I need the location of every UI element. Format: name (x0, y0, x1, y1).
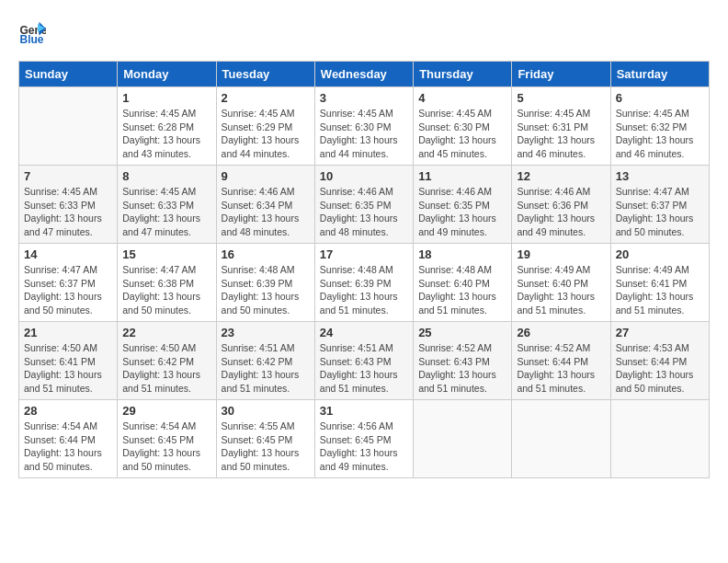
day-number: 15 (122, 247, 210, 261)
calendar-cell: 25Sunrise: 4:52 AM Sunset: 6:43 PM Dayli… (414, 322, 512, 400)
calendar-cell: 18Sunrise: 4:48 AM Sunset: 6:40 PM Dayli… (414, 244, 512, 322)
logo: General Blue (18, 18, 50, 46)
day-info: Sunrise: 4:50 AM Sunset: 6:41 PM Dayligh… (24, 341, 112, 396)
day-info: Sunrise: 4:45 AM Sunset: 6:32 PM Dayligh… (616, 107, 704, 161)
day-info: Sunrise: 4:49 AM Sunset: 6:41 PM Dayligh… (616, 263, 704, 317)
day-info: Sunrise: 4:55 AM Sunset: 6:45 PM Dayligh… (222, 419, 310, 474)
calendar-cell: 23Sunrise: 4:51 AM Sunset: 6:42 PM Dayli… (216, 322, 314, 400)
day-number: 1 (122, 91, 210, 105)
calendar-week-row-3: 14Sunrise: 4:47 AM Sunset: 6:37 PM Dayli… (19, 244, 710, 322)
day-info: Sunrise: 4:46 AM Sunset: 6:35 PM Dayligh… (320, 185, 408, 239)
day-info: Sunrise: 4:45 AM Sunset: 6:28 PM Dayligh… (122, 107, 210, 161)
day-number: 14 (24, 247, 112, 261)
calendar-week-row-1: 1Sunrise: 4:45 AM Sunset: 6:28 PM Daylig… (19, 87, 710, 166)
calendar-header-monday: Monday (118, 62, 216, 87)
calendar-cell: 27Sunrise: 4:53 AM Sunset: 6:44 PM Dayli… (610, 322, 709, 400)
calendar-week-row-5: 28Sunrise: 4:54 AM Sunset: 6:44 PM Dayli… (19, 400, 710, 478)
day-number: 29 (122, 404, 210, 418)
day-number: 3 (320, 91, 408, 105)
calendar-cell: 12Sunrise: 4:46 AM Sunset: 6:36 PM Dayli… (512, 166, 610, 244)
day-number: 28 (24, 404, 112, 418)
calendar-cell: 4Sunrise: 4:45 AM Sunset: 6:30 PM Daylig… (414, 87, 512, 166)
day-number: 11 (418, 169, 506, 183)
calendar-header-tuesday: Tuesday (216, 62, 314, 87)
calendar-cell: 24Sunrise: 4:51 AM Sunset: 6:43 PM Dayli… (314, 322, 413, 400)
day-number: 6 (616, 91, 704, 105)
calendar: SundayMondayTuesdayWednesdayThursdayFrid… (18, 61, 710, 478)
day-number: 17 (320, 247, 408, 261)
day-number: 30 (222, 404, 310, 418)
day-number: 27 (616, 326, 704, 339)
day-info: Sunrise: 4:48 AM Sunset: 6:40 PM Dayligh… (418, 263, 506, 317)
calendar-cell: 31Sunrise: 4:56 AM Sunset: 6:45 PM Dayli… (314, 400, 413, 478)
calendar-cell: 15Sunrise: 4:47 AM Sunset: 6:38 PM Dayli… (118, 244, 216, 322)
calendar-cell (414, 400, 512, 478)
calendar-cell: 14Sunrise: 4:47 AM Sunset: 6:37 PM Dayli… (19, 244, 118, 322)
calendar-header-friday: Friday (512, 62, 610, 87)
calendar-header-sunday: Sunday (19, 62, 118, 87)
day-info: Sunrise: 4:50 AM Sunset: 6:42 PM Dayligh… (122, 341, 210, 396)
day-number: 18 (418, 247, 506, 261)
day-info: Sunrise: 4:46 AM Sunset: 6:35 PM Dayligh… (418, 185, 506, 239)
calendar-cell: 6Sunrise: 4:45 AM Sunset: 6:32 PM Daylig… (610, 87, 709, 166)
day-number: 24 (320, 326, 408, 339)
day-info: Sunrise: 4:45 AM Sunset: 6:29 PM Dayligh… (222, 107, 310, 161)
calendar-week-row-4: 21Sunrise: 4:50 AM Sunset: 6:41 PM Dayli… (19, 322, 710, 400)
day-number: 12 (517, 169, 605, 183)
day-info: Sunrise: 4:45 AM Sunset: 6:31 PM Dayligh… (517, 107, 605, 161)
day-info: Sunrise: 4:47 AM Sunset: 6:37 PM Dayligh… (616, 185, 704, 239)
calendar-cell: 11Sunrise: 4:46 AM Sunset: 6:35 PM Dayli… (414, 166, 512, 244)
day-number: 7 (24, 169, 112, 183)
day-number: 26 (517, 326, 605, 339)
calendar-cell: 1Sunrise: 4:45 AM Sunset: 6:28 PM Daylig… (118, 87, 216, 166)
calendar-cell: 8Sunrise: 4:45 AM Sunset: 6:33 PM Daylig… (118, 166, 216, 244)
calendar-cell: 22Sunrise: 4:50 AM Sunset: 6:42 PM Dayli… (118, 322, 216, 400)
day-info: Sunrise: 4:51 AM Sunset: 6:42 PM Dayligh… (222, 341, 310, 396)
day-number: 22 (122, 326, 210, 339)
day-info: Sunrise: 4:46 AM Sunset: 6:34 PM Dayligh… (222, 185, 310, 239)
day-number: 10 (320, 169, 408, 183)
day-number: 25 (418, 326, 506, 339)
calendar-cell: 16Sunrise: 4:48 AM Sunset: 6:39 PM Dayli… (216, 244, 314, 322)
day-info: Sunrise: 4:47 AM Sunset: 6:37 PM Dayligh… (24, 263, 112, 317)
day-number: 8 (122, 169, 210, 183)
day-info: Sunrise: 4:45 AM Sunset: 6:33 PM Dayligh… (122, 185, 210, 239)
calendar-cell: 13Sunrise: 4:47 AM Sunset: 6:37 PM Dayli… (610, 166, 709, 244)
day-number: 31 (320, 404, 408, 418)
calendar-cell: 9Sunrise: 4:46 AM Sunset: 6:34 PM Daylig… (216, 166, 314, 244)
day-info: Sunrise: 4:48 AM Sunset: 6:39 PM Dayligh… (320, 263, 408, 317)
calendar-cell (512, 400, 610, 478)
calendar-cell: 17Sunrise: 4:48 AM Sunset: 6:39 PM Dayli… (314, 244, 413, 322)
calendar-cell: 7Sunrise: 4:45 AM Sunset: 6:33 PM Daylig… (19, 166, 118, 244)
day-number: 5 (517, 91, 605, 105)
calendar-cell: 28Sunrise: 4:54 AM Sunset: 6:44 PM Dayli… (19, 400, 118, 478)
day-info: Sunrise: 4:51 AM Sunset: 6:43 PM Dayligh… (320, 341, 408, 396)
day-number: 4 (418, 91, 506, 105)
calendar-header-row: SundayMondayTuesdayWednesdayThursdayFrid… (19, 62, 710, 87)
day-number: 2 (222, 91, 310, 105)
day-info: Sunrise: 4:47 AM Sunset: 6:38 PM Dayligh… (122, 263, 210, 317)
day-info: Sunrise: 4:45 AM Sunset: 6:30 PM Dayligh… (418, 107, 506, 161)
calendar-cell (19, 87, 118, 166)
calendar-cell (610, 400, 709, 478)
svg-text:Blue: Blue (20, 33, 44, 46)
calendar-cell: 20Sunrise: 4:49 AM Sunset: 6:41 PM Dayli… (610, 244, 709, 322)
day-info: Sunrise: 4:52 AM Sunset: 6:43 PM Dayligh… (418, 341, 506, 396)
calendar-cell: 26Sunrise: 4:52 AM Sunset: 6:44 PM Dayli… (512, 322, 610, 400)
calendar-header-wednesday: Wednesday (314, 62, 413, 87)
header: General Blue (18, 18, 710, 46)
day-info: Sunrise: 4:46 AM Sunset: 6:36 PM Dayligh… (517, 185, 605, 239)
calendar-cell: 21Sunrise: 4:50 AM Sunset: 6:41 PM Dayli… (19, 322, 118, 400)
day-info: Sunrise: 4:54 AM Sunset: 6:45 PM Dayligh… (122, 419, 210, 474)
calendar-cell: 2Sunrise: 4:45 AM Sunset: 6:29 PM Daylig… (216, 87, 314, 166)
day-number: 21 (24, 326, 112, 339)
day-info: Sunrise: 4:45 AM Sunset: 6:30 PM Dayligh… (320, 107, 408, 161)
day-info: Sunrise: 4:45 AM Sunset: 6:33 PM Dayligh… (24, 185, 112, 239)
day-info: Sunrise: 4:54 AM Sunset: 6:44 PM Dayligh… (24, 419, 112, 474)
calendar-cell: 19Sunrise: 4:49 AM Sunset: 6:40 PM Dayli… (512, 244, 610, 322)
day-number: 16 (222, 247, 310, 261)
day-number: 9 (222, 169, 310, 183)
calendar-week-row-2: 7Sunrise: 4:45 AM Sunset: 6:33 PM Daylig… (19, 166, 710, 244)
calendar-header-thursday: Thursday (414, 62, 512, 87)
day-info: Sunrise: 4:52 AM Sunset: 6:44 PM Dayligh… (517, 341, 605, 396)
